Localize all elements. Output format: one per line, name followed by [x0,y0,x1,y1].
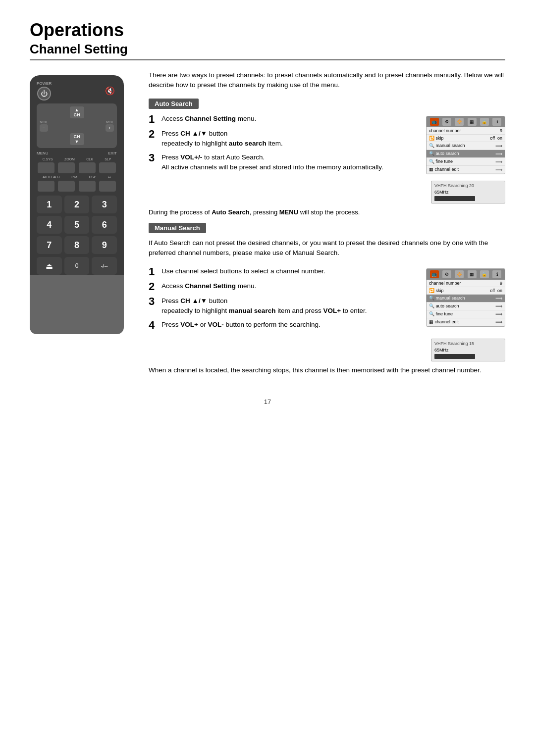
section-title: Channel Setting [30,42,505,60]
skip-vals: off on [490,136,502,141]
autoadj-button[interactable] [38,181,54,192]
exit-label: EXIT [108,151,117,155]
manual-step2-num: 2 [149,281,158,292]
remote-control: POWER ⏻ 🔇 ▲CH VOL − VOL + [30,75,124,334]
menu-icon-lock: 🔒 [480,118,489,126]
pip-button[interactable] [99,181,116,192]
channel-edit-label: ▦ channel edit [429,167,459,172]
power-button[interactable]: ⏻ [37,87,51,101]
channel-number-val-2: 9 [500,281,502,286]
clk-label: CLK [86,157,93,161]
auto-search-arrow-2: ⟹ [495,303,502,309]
menu-icon-lock-2: 🔒 [480,270,489,278]
dash-button[interactable]: -/-- [92,257,117,275]
manual-step4-num: 4 [149,320,158,331]
menu-icon-pic: 🔆 [455,118,464,126]
num-1-button[interactable]: 1 [37,196,62,213]
auto-search-label: 🔍 auto search [429,151,459,156]
menu-icon-gear-2: ⚙ [442,270,451,278]
fine-tune-arrow-2: ⟹ [495,311,502,317]
menu-icon-grid: ▦ [468,118,477,126]
auto-search-label-2: 🔍 auto search [429,303,459,308]
manual-search-arrow: ⟹ [495,143,502,149]
vol-minus-button[interactable]: − [40,124,48,132]
num-5-button[interactable]: 5 [64,216,90,234]
autoadj-label: AUTO.ADJ [43,175,60,179]
manual-search-arrow-2: ⟹ [495,296,502,301]
fine-tune-label: 🔍 fine tune [429,159,453,164]
auto-step1-num: 1 [149,114,158,125]
menu-icon-grid-2: ▦ [468,270,477,278]
manual-step3-num: 3 [149,296,158,307]
manual-step2-text: Access Channel Setting menu. [161,281,256,291]
search-freq-2: 65MHz [434,348,502,353]
num-7-button[interactable]: 7 [37,236,62,254]
pip-label: ⇔ [108,175,111,179]
num-3-button[interactable]: 3 [92,196,117,213]
ch-down-button[interactable]: CH▼ [70,133,84,145]
slp-label: SLP [105,157,111,161]
auto-step2-text: Press CH ▲/▼ button repeatedly to highli… [161,129,283,149]
auto-step3-text: Press VOL+/- to start Auto Search. All a… [161,152,383,173]
menu-icon-pic-2: 🔆 [455,270,464,278]
power-label: POWER [37,81,52,86]
clk-button[interactable] [79,162,96,173]
zoom-button[interactable] [58,162,75,173]
menu-icon-info: ℹ [492,118,501,126]
manual-search-label: 🔍 manual search [429,143,465,148]
menu-icon-gear: ⚙ [442,118,451,126]
menu-screen-2: 📺 ⚙ 🔆 ▦ 🔒 ℹ channel number 9 🔁 skip off … [426,268,505,327]
num-2-button[interactable]: 2 [64,196,90,213]
search-screen-2: VHFH Searching 15 65MHz [431,339,505,361]
search-bar-2 [434,354,475,359]
num-4-button[interactable]: 4 [37,216,62,234]
channel-number-label: channel number [429,128,461,133]
csys-label: C.SYS [43,157,53,161]
num-0-button[interactable]: 0 [64,257,90,275]
vol-label-right: VOL [106,120,114,124]
manual-step1-num: 1 [149,266,158,277]
manual-search-intro: If Auto Search can not preset the desire… [149,238,505,258]
mute-icon[interactable]: 🔇 [103,84,117,98]
dsp-label: DSP [89,175,96,179]
csys-button[interactable] [38,162,54,173]
fine-tune-arrow: ⟹ [495,159,502,164]
manual-step1-text: Use channel select buttons to select a c… [161,266,325,276]
auto-step1-text: Access Channel Setting menu. [161,114,256,124]
intro-text: There are two ways to preset channels: t… [149,70,505,91]
closing-text: When a channel is located, the searching… [149,365,505,375]
num-6-button[interactable]: 6 [92,216,117,234]
page-number: 17 [30,398,505,405]
channel-edit-label-2: ▦ channel edit [429,319,459,324]
search-bar-1 [434,196,475,201]
search-freq-1: 65MHz [434,190,502,195]
num-8-button[interactable]: 8 [64,236,90,254]
ch-up-button[interactable]: ▲CH [70,106,84,118]
input-button[interactable]: ⏏ [37,257,62,275]
num-9-button[interactable]: 9 [92,236,117,254]
search-screen-1: VHFH Searching 20 65MHz [431,181,505,203]
auto-step2-num: 2 [149,129,158,140]
vol-label-left: VOL [40,120,48,124]
manual-step3-text: Press CH ▲/▼ button repeatedly to highli… [161,296,367,316]
menu-icon-tv: 📺 [430,118,439,126]
channel-number-label-2: channel number [429,281,461,286]
menu-label: MENU [37,151,49,155]
menu-icon-tv-2: 📺 [430,270,439,278]
skip-label: 🔁 skip [429,136,444,141]
menu-icon-info-2: ℹ [492,270,501,278]
pm-button[interactable] [58,181,75,192]
menu-screen-1: 📺 ⚙ 🔆 ▦ 🔒 ℹ channel number 9 🔁 skip off … [426,116,505,174]
manual-search-badge: Manual Search [149,223,206,233]
page-title: Operations [30,20,505,41]
auto-search-badge: Auto Search [149,99,199,109]
channel-edit-arrow: ⟹ [495,167,502,172]
dsp-button[interactable] [79,181,96,192]
zoom-label: ZOOM [64,157,75,161]
channel-number-val: 9 [500,128,502,133]
auto-search-arrow: ⟹ [495,151,502,156]
auto-step3-num: 3 [149,152,158,163]
vol-plus-button[interactable]: + [106,124,114,132]
auto-search-note: During the process of Auto Search, press… [149,207,505,217]
slp-button[interactable] [99,162,116,173]
